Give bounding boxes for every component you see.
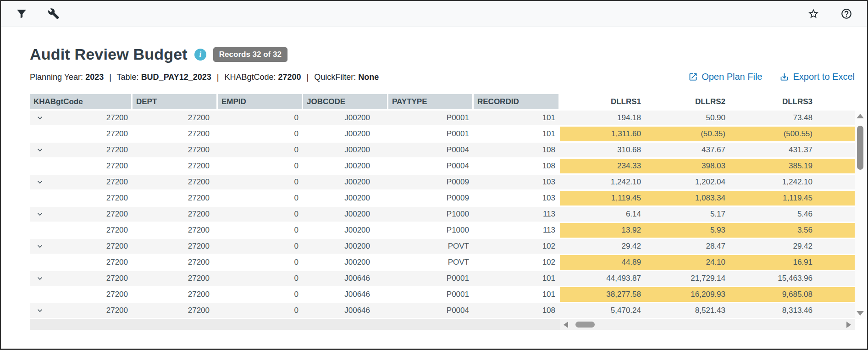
column-header-dllrs2[interactable]: DLLRS2 — [646, 94, 730, 111]
cell-dept: 27200 — [133, 191, 218, 207]
cell-dept: 27200 — [133, 143, 218, 159]
table-row[interactable]: 27200 27200 0 J00200 P0009 103 1,119.45 … — [30, 191, 855, 207]
cell-dllrs2: 16,209.93 — [646, 287, 730, 303]
cell-dllrs1: 38,277.58 — [560, 287, 646, 303]
cell-dept: 27200 — [133, 175, 218, 191]
scroll-right-arrow-icon[interactable] — [846, 322, 851, 328]
help-icon[interactable] — [840, 7, 853, 21]
column-header-recordid[interactable]: RECORDID — [474, 94, 560, 111]
column-header-paytype[interactable]: PAYTYPE — [388, 94, 474, 111]
khabgtcode-label: KHABgtCode: — [224, 72, 276, 82]
horizontal-scroll-thumb[interactable] — [575, 322, 595, 328]
column-header-empid[interactable]: EMPID — [218, 94, 303, 111]
cell-dllrs1: 1,311.60 — [560, 127, 646, 143]
scroll-left-arrow-icon[interactable] — [564, 322, 568, 328]
table-row[interactable]: 27200 27200 0 J00646 P0001 101 38,277.58… — [30, 287, 855, 303]
chevron-down-icon[interactable] — [35, 145, 44, 155]
cell-jobcode: J00200 — [303, 207, 388, 223]
download-icon — [780, 72, 789, 82]
page-title: Audit Review Budget — [30, 45, 188, 63]
cell-filler — [817, 271, 855, 287]
filter-icon[interactable] — [15, 7, 28, 21]
cell-empid: 0 — [218, 143, 303, 159]
cell-jobcode: J00200 — [303, 191, 388, 207]
cell-empid: 0 — [218, 175, 303, 191]
toolbar-right-group — [807, 7, 853, 21]
table-row[interactable]: 27200 27200 0 J00200 P0009 103 1,242.10 … — [30, 175, 855, 191]
cell-recordid: 108 — [474, 303, 560, 319]
action-links: Open Plan File Export to Excel — [688, 72, 855, 82]
chevron-down-icon[interactable] — [35, 306, 44, 315]
table-row[interactable]: 27200 27200 0 J00646 P0001 101 44,493.87… — [30, 271, 855, 287]
chevron-down-icon[interactable] — [35, 242, 44, 251]
cell-dllrs3: 5.46 — [730, 207, 817, 223]
table-row[interactable]: 27200 27200 0 J00200 POVT 102 44.89 24.1… — [30, 255, 855, 271]
table-row[interactable]: 27200 27200 0 J00200 P0001 101 194.18 50… — [30, 111, 855, 127]
cell-filler — [817, 111, 855, 127]
cell-dllrs3: 1,242.10 — [730, 175, 817, 191]
column-header-dllrs3[interactable]: DLLRS3 — [730, 94, 817, 111]
cell-dllrs2: 1,083.34 — [646, 191, 730, 207]
cell-filler — [817, 239, 855, 255]
table-row[interactable]: 27200 27200 0 J00200 P0004 108 310.68 43… — [30, 143, 855, 159]
chevron-down-icon[interactable] — [35, 274, 44, 283]
star-icon[interactable] — [807, 7, 820, 21]
wrench-icon[interactable] — [47, 7, 61, 21]
column-header-khabgtcode[interactable]: KHABgtCode — [30, 94, 133, 111]
cell-recordid: 108 — [474, 143, 560, 159]
column-header-jobcode[interactable]: JOBCODE — [303, 94, 388, 111]
cell-empid: 0 — [218, 223, 303, 239]
table-row[interactable]: 27200 27200 0 J00200 P1000 113 6.14 5.17… — [30, 207, 855, 223]
cell-khabgtcode: 27200 — [30, 303, 133, 319]
cell-recordid: 113 — [474, 223, 560, 239]
cell-jobcode: J00200 — [303, 159, 388, 175]
horizontal-scrollbar[interactable] — [560, 319, 855, 330]
planning-year-label: Planning Year: — [30, 72, 83, 82]
cell-dllrs2: 21,729.14 — [646, 271, 730, 287]
chevron-down-icon[interactable] — [35, 178, 44, 187]
filter-summary: Planning Year: 2023 | Table: BUD_PAY12_2… — [30, 72, 379, 82]
cell-dept: 27200 — [133, 271, 218, 287]
column-header-filler — [817, 94, 855, 111]
table-row[interactable]: 27200 27200 0 J00200 P1000 113 13.92 5.9… — [30, 223, 855, 239]
export-to-excel-link[interactable]: Export to Excel — [780, 72, 855, 82]
column-header-dept[interactable]: DEPT — [133, 94, 218, 111]
cell-empid: 0 — [218, 303, 303, 319]
cell-filler — [817, 143, 855, 159]
table-row[interactable]: 27200 27200 0 J00200 P0004 108 234.33 39… — [30, 159, 855, 175]
cell-dept: 27200 — [133, 159, 218, 175]
cell-paytype: P0004 — [388, 303, 474, 319]
cell-recordid: 102 — [474, 255, 560, 271]
cell-paytype: P0009 — [388, 191, 474, 207]
cell-dllrs2: 5.17 — [646, 207, 730, 223]
column-header-dllrs1[interactable]: DLLRS1 — [560, 94, 646, 111]
cell-dllrs3: 15,463.96 — [730, 271, 817, 287]
table-row[interactable]: 27200 27200 0 J00200 POVT 102 29.42 28.4… — [30, 239, 855, 255]
scroll-down-arrow-icon[interactable] — [857, 311, 864, 316]
vertical-scroll-thumb[interactable] — [857, 126, 863, 170]
cell-paytype: POVT — [388, 239, 474, 255]
cell-paytype: POVT — [388, 255, 474, 271]
info-icon[interactable]: i — [194, 49, 206, 61]
vertical-scrollbar[interactable] — [855, 111, 866, 319]
quickfilter-label: QuickFilter: — [314, 72, 356, 82]
cell-khabgtcode: 27200 — [30, 127, 133, 143]
cell-dllrs1: 44.89 — [560, 255, 646, 271]
cell-khabgtcode: 27200 — [30, 111, 133, 127]
table-value: BUD_PAY12_2023 — [141, 72, 211, 82]
table-row[interactable]: 27200 27200 0 J00646 P0004 108 5,470.24 … — [30, 303, 855, 319]
top-toolbar — [1, 1, 867, 27]
cell-recordid: 101 — [474, 271, 560, 287]
cell-dllrs1: 13.92 — [560, 223, 646, 239]
cell-khabgtcode: 27200 — [30, 239, 133, 255]
scroll-up-arrow-icon[interactable] — [857, 114, 864, 118]
cell-dllrs1: 194.18 — [560, 111, 646, 127]
cell-dllrs3: 9,685.08 — [730, 287, 817, 303]
table-row[interactable]: 27200 27200 0 J00200 P0001 101 1,311.60 … — [30, 127, 855, 143]
app-window: Audit Review Budget i Records 32 of 32 P… — [0, 0, 868, 350]
cell-paytype: P0001 — [388, 127, 474, 143]
chevron-down-icon[interactable] — [35, 113, 44, 122]
chevron-down-icon[interactable] — [35, 210, 44, 219]
open-plan-file-link[interactable]: Open Plan File — [688, 72, 762, 82]
toolbar-left-group — [15, 7, 61, 21]
